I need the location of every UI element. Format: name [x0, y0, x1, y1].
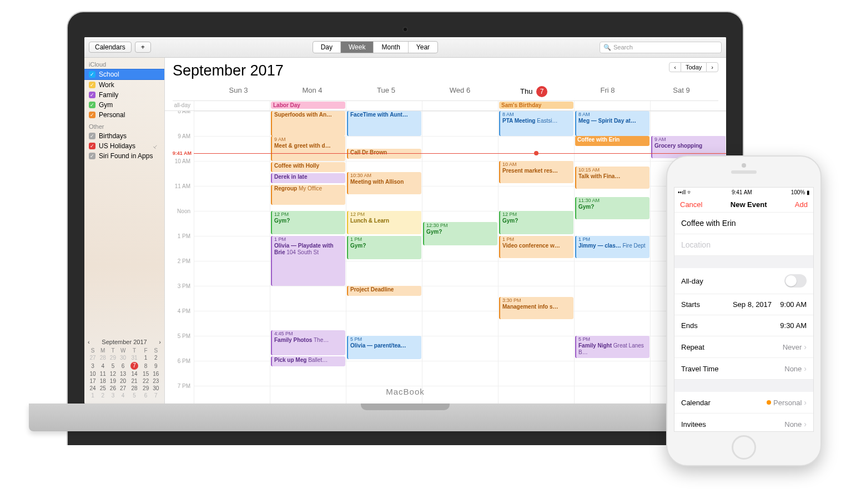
calendar-event[interactable]: 1 PMOlivia — Playdate with Brie 104 Sout…	[271, 236, 345, 286]
calendar-event[interactable]: FaceTime with Aunt…	[347, 111, 421, 136]
view-month[interactable]: Month	[374, 42, 408, 53]
minical-next[interactable]: ›	[159, 339, 161, 345]
checkbox-icon[interactable]: ✓	[89, 71, 95, 78]
calendar-event[interactable]: 8 AMMeg — Spirit Day at…	[575, 111, 650, 136]
sidebar-item-siri-found-in-apps[interactable]: ✓Siri Found in Apps	[84, 151, 164, 161]
calendar-event[interactable]: 9 AMMeet & greet with d…	[271, 136, 345, 161]
checkbox-icon[interactable]: ✓	[89, 92, 95, 98]
feed-icon: ⟂	[153, 143, 159, 149]
now-time-label: 9:41 AM	[173, 150, 192, 156]
calendar-event[interactable]: Coffee with Erin	[575, 136, 650, 146]
traveltime-row[interactable]: Travel TimeNone›	[674, 358, 813, 380]
sidebar-item-birthdays[interactable]: ✓Birthdays	[84, 131, 164, 141]
checkbox-icon[interactable]: ✓	[89, 102, 95, 108]
minical-title: September 2017	[102, 339, 147, 345]
view-year[interactable]: Year	[409, 42, 437, 53]
sidebar-item-personal[interactable]: ✓Personal	[84, 110, 164, 120]
allday-event[interactable]: Sam's Birthday	[499, 102, 573, 109]
sidebar-item-family[interactable]: ✓Family	[84, 90, 164, 100]
cancel-button[interactable]: Cancel	[680, 200, 702, 209]
home-button[interactable]	[732, 435, 756, 460]
calendar-row[interactable]: CalendarPersonal›	[674, 392, 813, 414]
calendar-event[interactable]: 5 PMOlivia — parent/tea…	[347, 336, 421, 359]
event-title-input[interactable]: Coffee with Erin	[674, 213, 813, 234]
allday-row[interactable]: All-day	[674, 268, 813, 294]
calendar-event[interactable]: 11:30 AMGym?	[575, 197, 650, 219]
macbook-frame: Calendars + Day Week Month Year 🔍 Search	[67, 11, 744, 445]
event-location-input[interactable]: Location	[674, 234, 813, 256]
view-segmented: Day Week Month Year	[313, 41, 438, 53]
day-column[interactable]: Superfoods with An…9 AMMeet & greet with…	[270, 111, 346, 404]
search-input[interactable]: 🔍 Search	[600, 42, 722, 53]
calendar-view: ‹ Today › September 2017 Sun 3Mon 4Tue 5…	[165, 58, 726, 404]
ends-row[interactable]: Ends9:30 AM	[674, 315, 813, 336]
calendar-event[interactable]: Derek in late	[271, 173, 345, 183]
sidebar-header-icloud: iCloud	[84, 58, 164, 69]
day-column[interactable]: 8 AMPTA Meeting Eastsi…10 AMPresent mark…	[498, 111, 574, 404]
allday-toggle[interactable]	[784, 274, 807, 288]
iphone-speaker	[731, 170, 757, 174]
view-day[interactable]: Day	[313, 42, 341, 53]
checkbox-icon[interactable]: ✓	[89, 153, 95, 159]
allday-event[interactable]: Labor Day	[271, 102, 345, 109]
calendar-event[interactable]: 5 PMFamily Night Great Lanes B…	[575, 336, 650, 358]
day-column[interactable]: 8 AMMeg — Spirit Day at…Coffee with Erin…	[574, 111, 650, 404]
calendar-event[interactable]: 9 AMGrocery shopping	[651, 136, 726, 158]
calendar-event[interactable]: 10:15 AMTalk with Fina…	[575, 167, 650, 189]
day-header: Sat 9	[645, 83, 718, 100]
sidebar: iCloud ✓School✓Work✓Family✓Gym✓Personal …	[84, 58, 165, 404]
starts-row[interactable]: StartsSep 8, 2017 9:00 AM	[674, 294, 813, 315]
repeat-row[interactable]: RepeatNever›	[674, 336, 813, 358]
next-week-button[interactable]: ›	[706, 62, 718, 72]
checkbox-icon[interactable]: ✓	[89, 143, 95, 149]
calendars-button[interactable]: Calendars	[89, 42, 132, 53]
day-column[interactable]: FaceTime with Aunt…Call Dr Brown10:30 AM…	[346, 111, 422, 404]
calendar-event[interactable]: Pick up Meg Ballet…	[271, 356, 345, 366]
search-placeholder: Search	[613, 44, 633, 51]
calendar-event[interactable]: 10 AMPresent market res…	[499, 161, 573, 183]
minical-prev[interactable]: ‹	[88, 339, 90, 345]
calendar-event[interactable]: Superfoods with An…	[271, 111, 345, 136]
calendar-event[interactable]: Project Deadline	[347, 286, 421, 296]
battery-icon: 100% ▮	[791, 189, 810, 195]
calendar-event[interactable]: 12 PMGym?	[271, 211, 345, 234]
sidebar-item-label: Work	[99, 81, 114, 89]
calendar-event[interactable]: 12 PMLunch & Learn	[347, 211, 421, 234]
sidebar-item-label: Siri Found in Apps	[99, 152, 153, 160]
calendar-event[interactable]: 3:30 PMManagement info s…	[499, 297, 573, 319]
calendar-event[interactable]: 12:30 PMGym?	[423, 222, 497, 245]
camera-dot	[404, 28, 407, 31]
today-button[interactable]: Today	[681, 62, 706, 72]
prev-week-button[interactable]: ‹	[669, 62, 681, 72]
hour-label: 5 PM	[178, 333, 190, 339]
invitees-row[interactable]: InviteesNone›	[674, 414, 813, 432]
day-column[interactable]	[194, 111, 270, 404]
calendar-event[interactable]: Coffee with Holly	[271, 162, 345, 172]
calendar-event[interactable]: 4:45 PMFamily Photos The…	[271, 330, 345, 355]
day-column[interactable]: 12:30 PMGym?	[422, 111, 498, 404]
toolbar: Calendars + Day Week Month Year 🔍 Search	[84, 37, 726, 58]
calendar-event[interactable]: 8 AMPTA Meeting Eastsi…	[499, 111, 573, 136]
checkbox-icon[interactable]: ✓	[89, 133, 95, 139]
sidebar-item-gym[interactable]: ✓Gym	[84, 100, 164, 110]
hour-label: Noon	[177, 208, 190, 214]
calendar-event[interactable]: 1 PMJimmy — clas… Fire Dept	[575, 236, 650, 258]
add-button[interactable]: +	[135, 42, 151, 53]
sidebar-item-label: Personal	[99, 111, 125, 119]
mini-calendar[interactable]: ‹ September 2017 › SMTWTFS27282930311234…	[84, 336, 164, 404]
sidebar-item-work[interactable]: ✓Work	[84, 80, 164, 90]
sidebar-item-us-holidays[interactable]: ✓US Holidays⟂	[84, 141, 164, 151]
allday-row: all-day Labor DaySam's Birthday	[165, 101, 726, 111]
calendar-event[interactable]: 12 PMGym?	[499, 211, 573, 234]
checkbox-icon[interactable]: ✓	[89, 112, 95, 118]
calendar-event[interactable]: 1 PMGym?	[347, 236, 421, 259]
sidebar-item-school[interactable]: ✓School	[84, 69, 164, 80]
add-event-button[interactable]: Add	[795, 200, 808, 209]
view-week[interactable]: Week	[341, 42, 374, 53]
calendar-event[interactable]: 10:30 AMMeeting with Allison	[347, 172, 421, 194]
calendar-event[interactable]: Regroup My Office	[271, 185, 345, 205]
calendar-event[interactable]: 1 PMVideo conference w…	[499, 236, 573, 258]
nav-title: New Event	[731, 200, 767, 209]
calendar-event[interactable]: Call Dr Brown	[347, 149, 421, 159]
checkbox-icon[interactable]: ✓	[89, 82, 95, 88]
